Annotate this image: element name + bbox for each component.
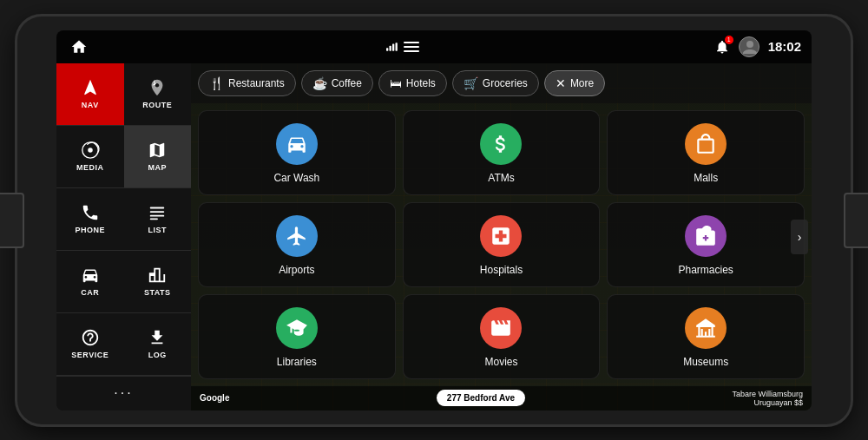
service-icon (81, 328, 100, 347)
sidebar-item-phone[interactable]: PHONE (56, 188, 124, 251)
sidebar: NAV ROUTE (56, 63, 191, 410)
menu-icon[interactable] (404, 42, 419, 52)
nav-icon (81, 78, 100, 97)
stats-icon (148, 266, 167, 285)
poi-grid-container: Car Wash ATMs (191, 103, 812, 410)
sidebar-bottom[interactable]: ··· (56, 376, 191, 410)
poi-atms[interactable]: ATMs (403, 110, 601, 195)
svg-rect-8 (150, 211, 165, 213)
svg-point-4 (746, 41, 753, 48)
status-right: 1 18:02 (714, 36, 801, 57)
log-label: LOG (148, 351, 167, 359)
filter-groceries[interactable]: 🛒 Groceries (452, 70, 539, 96)
atms-icon-circle (480, 123, 522, 165)
sidebar-item-list[interactable]: LIST (124, 188, 192, 251)
media-icon (81, 141, 100, 160)
svg-rect-1 (389, 45, 391, 50)
libraries-label: Libraries (277, 356, 317, 368)
status-bar: 1 18:02 (56, 30, 812, 63)
groceries-icon: 🛒 (464, 76, 478, 90)
poi-malls[interactable]: Malls (607, 110, 805, 195)
malls-icon-circle (685, 123, 727, 165)
sidebar-item-media[interactable]: MEDIA (56, 126, 124, 188)
car-label: CAR (81, 288, 99, 297)
clock: 18:02 (768, 39, 801, 54)
svg-point-6 (88, 148, 93, 153)
poi-pharmacies[interactable]: Pharmacies (607, 202, 805, 287)
svg-rect-2 (392, 43, 394, 50)
phone-icon (81, 203, 100, 222)
svg-rect-10 (150, 218, 158, 220)
car-wash-icon-circle (276, 123, 318, 165)
device-frame: 1 18:02 (17, 16, 851, 424)
sidebar-item-nav[interactable]: NAV (56, 63, 124, 126)
car-icon (81, 266, 100, 285)
service-label: SERVICE (71, 351, 108, 359)
phone-label: PHONE (75, 226, 105, 234)
filter-bar: 🍴 Restaurants ☕ Coffee 🛏 Hotels 🛒 Grocer… (191, 63, 812, 103)
scroll-right-button[interactable]: › (791, 220, 808, 254)
more-x-icon: ✕ (556, 76, 566, 90)
svg-rect-0 (386, 48, 388, 51)
sidebar-item-car[interactable]: CAR (56, 251, 124, 313)
museums-icon-circle (685, 307, 727, 349)
svg-rect-3 (395, 43, 397, 50)
sidebar-item-map[interactable]: MAP (124, 126, 192, 188)
restaurants-icon: 🍴 (209, 76, 224, 90)
poi-grid: Car Wash ATMs (198, 110, 805, 379)
svg-rect-7 (150, 207, 165, 209)
poi-hospitals[interactable]: Hospitals (403, 202, 601, 287)
nav-label: NAV (82, 101, 99, 109)
filter-more[interactable]: ✕ More (544, 70, 605, 96)
car-wash-label: Car Wash (273, 172, 319, 184)
svg-rect-9 (150, 215, 165, 217)
malls-label: Malls (694, 172, 718, 184)
address-pill[interactable]: 277 Bedford Ave (437, 390, 525, 406)
poi-info: Tabare Williamsburg Uruguayan $$ (732, 390, 803, 407)
poi-airports[interactable]: Airports (198, 202, 396, 287)
log-icon (148, 328, 167, 347)
list-label: LIST (148, 226, 168, 234)
map-icon (148, 141, 167, 160)
media-label: MEDIA (76, 163, 104, 172)
sidebar-item-stats[interactable]: STATS (124, 251, 192, 313)
libraries-icon-circle (276, 307, 318, 349)
content-area: 🍴 Restaurants ☕ Coffee 🛏 Hotels 🛒 Grocer… (191, 63, 812, 410)
coffee-icon: ☕ (312, 76, 327, 90)
movies-label: Movies (484, 356, 517, 368)
notification-badge: 1 (725, 36, 733, 44)
poi-museums[interactable]: Museums (607, 294, 805, 379)
sidebar-item-service[interactable]: SERVICE (56, 313, 124, 376)
route-label: ROUTE (142, 101, 172, 109)
airports-icon-circle (276, 215, 318, 257)
hospitals-icon-circle (480, 215, 522, 257)
museums-label: Museums (683, 356, 728, 368)
pharmacies-label: Pharmacies (678, 264, 733, 276)
status-left (67, 35, 91, 59)
signal-icon (386, 43, 398, 51)
stats-label: STATS (144, 288, 171, 297)
list-icon (148, 203, 167, 222)
movies-icon-circle (480, 307, 522, 349)
map-label: MAP (148, 163, 168, 172)
sidebar-item-log[interactable]: LOG (124, 313, 192, 376)
avatar[interactable] (739, 36, 760, 57)
poi-libraries[interactable]: Libraries (198, 294, 396, 379)
filter-coffee[interactable]: ☕ Coffee (301, 70, 373, 96)
poi-movies[interactable]: Movies (403, 294, 601, 379)
hospitals-label: Hospitals (480, 264, 523, 276)
home-button[interactable] (67, 35, 91, 59)
notification-bell[interactable]: 1 (714, 39, 730, 55)
poi-name: Tabare Williamsburg (732, 390, 803, 398)
poi-detail: Uruguayan $$ (732, 398, 803, 407)
pharmacies-icon-circle (685, 215, 727, 257)
sidebar-item-route[interactable]: ROUTE (124, 63, 192, 126)
main-area: NAV ROUTE (56, 63, 812, 410)
filter-hotels[interactable]: 🛏 Hotels (378, 70, 447, 96)
google-logo: Google (200, 393, 229, 403)
hotels-icon: 🛏 (390, 76, 402, 90)
screen: 1 18:02 (56, 30, 812, 410)
more-dots[interactable]: ··· (114, 385, 133, 401)
poi-car-wash[interactable]: Car Wash (198, 110, 396, 195)
filter-restaurants[interactable]: 🍴 Restaurants (198, 70, 296, 96)
